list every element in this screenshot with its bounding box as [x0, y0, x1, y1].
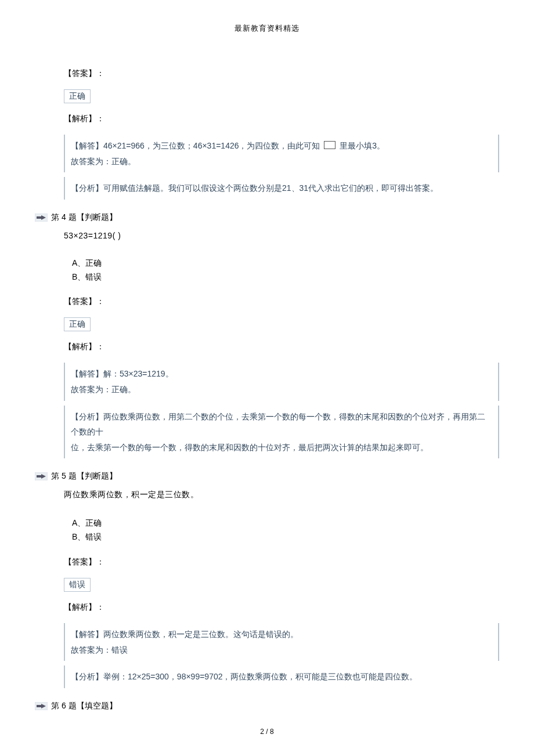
analysis-box: 【分析】可用赋值法解题。我们可以假设这个两位数分别是21、31代入求出它们的积，… [64, 177, 499, 200]
arrow-icon [35, 214, 48, 222]
option-b: B、错误 [72, 530, 499, 544]
option-letter: A、 [72, 258, 85, 267]
option-a: A、正确 [72, 256, 499, 270]
page-footer: 2 / 8 [0, 728, 534, 736]
answer-value: 正确 [64, 89, 91, 103]
explain-box: 【解答】解：53×23=1219。 故答案为：正确。 [64, 363, 499, 400]
q3-answer-value-wrap: 正确 [64, 89, 499, 103]
analysis-text: 【分析】举例：12×25=300，98×99=9702，两位数乘两位数，积可能是… [71, 669, 493, 685]
option-letter: A、 [72, 518, 85, 527]
question-title: 第 5 题【判断题】 [51, 471, 117, 482]
answer-value: 错误 [64, 578, 91, 592]
option-letter: B、 [72, 272, 85, 281]
option-a: A、正确 [72, 516, 499, 530]
explain-line: 故答案为：正确。 [71, 154, 492, 169]
q5-explain-wrap: 【解答】两位数乘两位数，积一定是三位数。这句话是错误的。 故答案为：错误 【分析… [64, 623, 499, 688]
q4-options: A、正确 B、错误 [72, 256, 499, 284]
option-letter: B、 [72, 532, 85, 541]
analysis-box: 【分析】两位数乘两位数，用第二个数的个位，去乘第一个数的每一个数，得数的末尾和因… [64, 406, 499, 459]
explain-line: 【解答】解：53×23=1219。 [71, 366, 492, 382]
analysis-text: 位，去乘第一个数的每一个数，得数的末尾和因数的十位对齐，最后把两次计算的结果加起… [71, 440, 492, 455]
answer-label: 【答案】： [64, 296, 104, 306]
analysis-text: 【分析】可用赋值法解题。我们可以假设这个两位数分别是21、31代入求出它们的积，… [71, 180, 493, 196]
q5-answer-label: 【答案】： [64, 557, 499, 567]
explain-line: 【解答】两位数乘两位数，积一定是三位数。这句话是错误的。 [71, 627, 492, 642]
q4-analysis-label: 【解析】： [64, 342, 499, 352]
arrow-icon [35, 472, 48, 480]
option-text: 正确 [85, 258, 102, 267]
explain-box: 【解答】46×21=966，为三位数；46×31=1426，为四位数，由此可知 … [64, 135, 499, 172]
analysis-text: 【分析】两位数乘两位数，用第二个数的个位，去乘第一个数的每一个数，得数的末尾和因… [71, 409, 492, 440]
page-header: 最新教育资料精选 [35, 23, 499, 34]
q5-question: 两位数乘两位数，积一定是三位数。 [64, 490, 499, 500]
answer-label: 【答案】： [64, 68, 104, 78]
analysis-label: 【解析】： [64, 114, 104, 123]
answer-value: 正确 [64, 317, 91, 331]
explain-text-b: 里最小填3。 [337, 141, 385, 150]
q4-question: 53×23=1219( ) [64, 231, 499, 240]
q5-analysis-label: 【解析】： [64, 602, 499, 613]
q3-answer-label: 【答案】： [64, 68, 499, 79]
q5-header: 第 5 题【判断题】 [35, 471, 499, 482]
q4-answer-label: 【答案】： [64, 296, 499, 307]
q3-explain-box-wrap: 【解答】46×21=966，为三位数；46×31=1426，为四位数，由此可知 … [64, 135, 499, 200]
q5-answer-value-wrap: 错误 [64, 578, 499, 592]
option-text: 错误 [85, 532, 102, 541]
explain-line: 故答案为：错误 [71, 642, 492, 658]
q4-header: 第 4 题【判断题】 [35, 212, 499, 223]
explain-box: 【解答】两位数乘两位数，积一定是三位数。这句话是错误的。 故答案为：错误 [64, 623, 499, 661]
q4-answer-value-wrap: 正确 [64, 317, 499, 331]
q4-explain-wrap: 【解答】解：53×23=1219。 故答案为：正确。 【分析】两位数乘两位数，用… [64, 363, 499, 458]
page: 最新教育资料精选 【答案】： 正确 【解析】： 【解答】46×21=966，为三… [0, 0, 534, 756]
q6-header: 第 6 题【填空题】 [35, 701, 499, 711]
option-text: 正确 [85, 518, 102, 527]
question-title: 第 4 题【判断题】 [51, 212, 117, 223]
explain-line: 【解答】46×21=966，为三位数；46×31=1426，为四位数，由此可知 … [71, 138, 492, 154]
analysis-box: 【分析】举例：12×25=300，98×99=9702，两位数乘两位数，积可能是… [64, 665, 499, 688]
option-b: B、错误 [72, 270, 499, 284]
explain-text-a: 【解答】46×21=966，为三位数；46×31=1426，为四位数，由此可知 [71, 141, 322, 150]
blank-box-icon [324, 141, 335, 149]
analysis-label: 【解析】： [64, 602, 104, 612]
arrow-icon [35, 702, 48, 710]
option-text: 错误 [85, 272, 102, 281]
question-title: 第 6 题【填空题】 [51, 701, 117, 711]
analysis-label: 【解析】： [64, 342, 104, 351]
q5-options: A、正确 B、错误 [72, 516, 499, 544]
q3-analysis-label: 【解析】： [64, 114, 499, 124]
explain-line: 故答案为：正确。 [71, 382, 492, 397]
answer-label: 【答案】： [64, 557, 104, 566]
